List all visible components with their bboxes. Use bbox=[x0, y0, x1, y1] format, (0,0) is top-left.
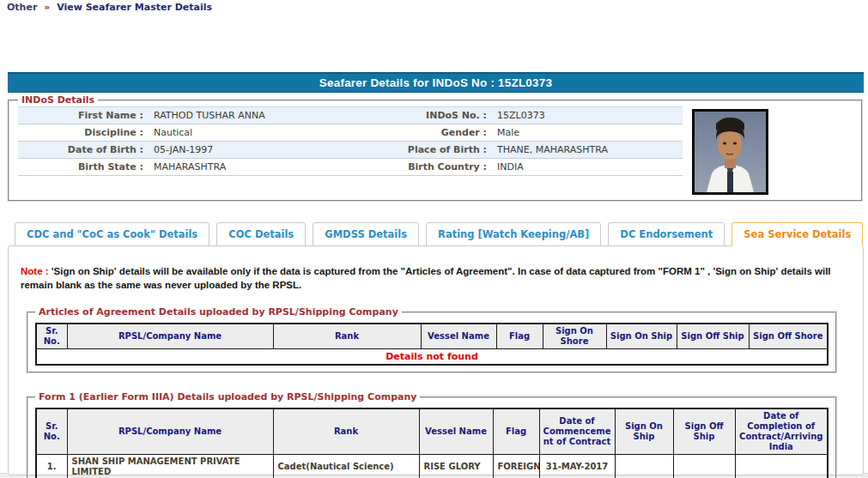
detail-row-birth-date: Date of Birth : 05-JAN-1997 Place of Bir… bbox=[18, 142, 683, 159]
col-rank: Rank bbox=[273, 324, 421, 349]
cell-commencement-date: 31-MAY-2017 bbox=[539, 455, 615, 478]
birth-state-value: MAHARASHTRA bbox=[149, 159, 406, 175]
note-label: Note : bbox=[21, 266, 49, 276]
indos-details-legend: INDoS Details bbox=[18, 94, 98, 106]
form1-fieldset: Form 1 (Earlier Form IIIA) Details uploa… bbox=[27, 391, 837, 478]
discipline-value: Nautical bbox=[149, 124, 406, 141]
indos-no-value: 15ZL0373 bbox=[492, 107, 683, 124]
form1-table: Sr. No. RPSL/Company Name Rank Vessel Na… bbox=[35, 408, 829, 478]
tab-gmdss-details[interactable]: GMDSS Details bbox=[313, 222, 419, 246]
page-title: Seafarer Details for INDoS No : 15ZL0373 bbox=[8, 72, 864, 93]
cell-sign-off-ship bbox=[673, 455, 735, 478]
note-text: 'Sign on Ship' details will be available… bbox=[21, 266, 831, 290]
sea-service-tab-panel: Note : 'Sign on Ship' details will be av… bbox=[8, 245, 864, 475]
col-rank: Rank bbox=[273, 408, 419, 455]
seafarer-photo bbox=[692, 109, 768, 195]
tab-sea-service-details[interactable]: Sea Service Details bbox=[731, 222, 863, 246]
birth-country-value: INDIA bbox=[492, 159, 683, 175]
cell-vessel-name: RISE GLORY bbox=[419, 455, 493, 478]
first-name-value: RATHOD TUSHAR ANNA bbox=[149, 107, 406, 124]
cell-company-name: SHAN SHIP MANAGEMENT PRIVATE LIMITED bbox=[67, 455, 273, 478]
form1-legend: Form 1 (Earlier Form IIIA) Details uploa… bbox=[35, 391, 420, 402]
tab-dc-endorsement[interactable]: DC Endorsement bbox=[608, 222, 725, 246]
date-of-birth-value: 05-JAN-1997 bbox=[149, 142, 406, 158]
col-sign-off-ship: Sign Off Ship bbox=[677, 324, 749, 349]
tab-cdc-coc-as-cook-details[interactable]: CDC and "CoC as Cook" Details bbox=[15, 222, 209, 246]
col-sign-off-ship: Sign Off Ship bbox=[673, 408, 735, 455]
breadcrumb: Other » View Seafarer Master Details bbox=[0, 0, 868, 14]
breadcrumb-current: View Seafarer Master Details bbox=[57, 2, 212, 13]
col-sign-on-ship: Sign On Ship bbox=[606, 324, 677, 349]
form1-data-row: 1. SHAN SHIP MANAGEMENT PRIVATE LIMITED … bbox=[36, 455, 828, 478]
breadcrumb-other-link[interactable]: Other bbox=[7, 2, 37, 13]
discipline-label: Discipline : bbox=[18, 124, 149, 141]
birth-country-label: Birth Country : bbox=[406, 159, 492, 175]
articles-of-agreement-table: Sr. No. RPSL/Company Name Rank Vessel Na… bbox=[35, 323, 829, 366]
col-flag: Flag bbox=[493, 408, 539, 455]
indos-details-table: First Name : RATHOD TUSHAR ANNA INDoS No… bbox=[18, 106, 683, 176]
cell-flag: FOREIGN bbox=[493, 455, 539, 478]
place-of-birth-label: Place of Birth : bbox=[406, 142, 492, 158]
detail-row-discipline: Discipline : Nautical Gender : Male bbox=[18, 124, 683, 142]
tab-rating-watch-keeping-ab[interactable]: Rating [Watch Keeping/AB] bbox=[426, 222, 601, 246]
form1-header-row: Sr. No. RPSL/Company Name Rank Vessel Na… bbox=[36, 408, 828, 455]
breadcrumb-separator-icon: » bbox=[44, 2, 50, 13]
articles-of-agreement-legend: Articles of Agreement Details uploaded b… bbox=[35, 306, 402, 318]
detail-row-birth-state: Birth State : MAHARASHTRA Birth Country … bbox=[18, 159, 683, 176]
col-vessel-name: Vessel Name bbox=[421, 324, 496, 349]
col-vessel-name: Vessel Name bbox=[419, 408, 493, 455]
detail-row-first-name: First Name : RATHOD TUSHAR ANNA INDoS No… bbox=[18, 107, 683, 124]
col-rpsl-company-name: RPSL/Company Name bbox=[67, 408, 273, 455]
cell-sr-no: 1. bbox=[36, 455, 67, 478]
col-sign-on-shore: Sign On Shore bbox=[543, 324, 606, 349]
details-not-found-message: Details not found bbox=[36, 349, 828, 366]
col-sign-on-ship: Sign On Ship bbox=[615, 408, 673, 455]
gender-label: Gender : bbox=[406, 124, 492, 141]
col-sign-off-shore: Sign Off Shore bbox=[749, 324, 828, 349]
cell-completion-date bbox=[735, 455, 828, 478]
articles-empty-row: Details not found bbox=[36, 349, 828, 366]
place-of-birth-value: THANE, MAHARASHTRA bbox=[492, 142, 683, 158]
indos-no-label: INDoS No. : bbox=[406, 107, 492, 124]
articles-header-row: Sr. No. RPSL/Company Name Rank Vessel Na… bbox=[36, 324, 828, 349]
col-sr-no: Sr. No. bbox=[36, 324, 67, 349]
birth-state-label: Birth State : bbox=[18, 159, 149, 175]
col-flag: Flag bbox=[496, 324, 543, 349]
cell-sign-on-ship bbox=[615, 455, 673, 478]
indos-details-fieldset: INDoS Details First Name : RATHOD TUSHAR… bbox=[8, 94, 863, 202]
col-date-of-completion: Date of Completion of Contract/Arriving … bbox=[735, 408, 828, 455]
col-sr-no: Sr. No. bbox=[36, 408, 67, 455]
sign-on-ship-note: Note : 'Sign on Ship' details will be av… bbox=[21, 265, 851, 292]
cell-rank: Cadet(Nautical Science) bbox=[273, 455, 419, 478]
col-rpsl-company-name: RPSL/Company Name bbox=[67, 324, 273, 349]
gender-value: Male bbox=[492, 124, 683, 141]
col-date-of-commencement: Date of Commencement of Contract bbox=[539, 408, 615, 455]
tab-bar: CDC and "CoC as Cook" Details COC Detail… bbox=[15, 222, 868, 246]
tab-coc-details[interactable]: COC Details bbox=[216, 222, 306, 246]
first-name-label: First Name : bbox=[18, 107, 149, 124]
articles-of-agreement-fieldset: Articles of Agreement Details uploaded b… bbox=[27, 306, 837, 373]
date-of-birth-label: Date of Birth : bbox=[18, 142, 149, 158]
